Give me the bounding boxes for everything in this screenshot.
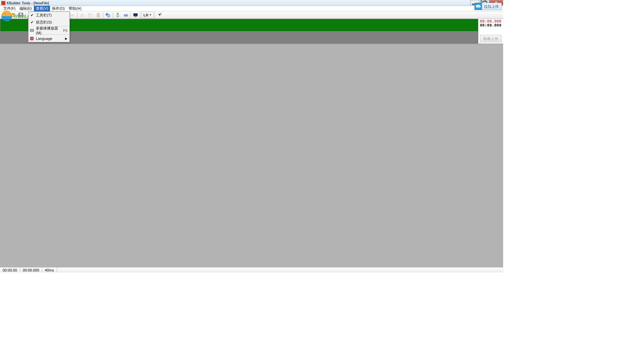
toolbar-separator [77, 12, 77, 18]
language-icon: 中 [30, 36, 34, 41]
menu-operation[interactable]: 操作(O) [50, 6, 67, 11]
svg-text:ab: ab [124, 13, 128, 17]
status-time-short: 00:00.00 [0, 267, 20, 272]
chevron-down-icon: ▼ [149, 13, 152, 16]
status-time-long: 00:00.000 [20, 267, 42, 272]
svg-rect-18 [72, 14, 74, 16]
tool-font[interactable]: ab [122, 12, 130, 18]
menuitem-language[interactable]: 中 Language ▶ [29, 35, 69, 42]
tool-copy [86, 12, 94, 18]
svg-text:?: ? [160, 12, 162, 15]
submenu-arrow-icon: ▶ [65, 37, 67, 40]
workspace[interactable] [0, 44, 503, 267]
toolbar-separator [113, 12, 113, 18]
toolbar-separator [25, 12, 26, 18]
svg-rect-10 [20, 15, 22, 17]
toolbar: ab LR ▼ ? [0, 11, 503, 19]
tool-paste [94, 12, 102, 18]
menuitem-statusbar[interactable]: ✔ 状态栏(S) [29, 19, 69, 26]
lr-label: LR [144, 13, 149, 17]
cloud-upload-button[interactable]: 拉拉上传 [474, 3, 502, 10]
tool-help-pointer[interactable]: ? [156, 12, 164, 18]
toolbar-separator [140, 12, 141, 18]
svg-point-6 [479, 6, 479, 7]
check-icon: ✔ [30, 20, 34, 25]
svg-rect-26 [133, 13, 138, 16]
svg-rect-27 [135, 16, 137, 17]
tool-cut [78, 12, 86, 18]
svg-point-20 [83, 15, 84, 17]
window-title: KBuilder Tools - [NewFile] [7, 1, 49, 5]
svg-rect-9 [19, 13, 22, 15]
app-icon [1, 1, 5, 5]
menuitem-label: 工具栏(T) [36, 13, 52, 18]
tracks-container [0, 19, 478, 44]
svg-rect-17 [71, 14, 72, 16]
tool-undo[interactable] [104, 12, 112, 18]
toolbar-separator [130, 12, 131, 18]
song-upload-button[interactable]: 歌曲上传 [480, 35, 501, 42]
cloud-upload-label: 拉拉上传 [484, 4, 499, 9]
menuitem-label: Language [36, 37, 52, 41]
statusbar: 00:00.00 00:00.000 40ms [0, 267, 503, 272]
view-menu-dropdown: ✔ 工具栏(T) ✔ 状态栏(S) 多媒体播放器(M) F5 中 Languag… [28, 11, 70, 42]
tool-anchor[interactable] [114, 12, 122, 18]
player-icon [30, 28, 34, 33]
menu-view[interactable]: 查看(V) [34, 6, 50, 11]
svg-text:中: 中 [31, 38, 33, 40]
svg-rect-24 [98, 13, 99, 14]
titlebar: KBuilder Tools - [NewFile] [0, 0, 503, 6]
menu-edit[interactable]: 编辑(E) [17, 6, 34, 11]
menuitem-label: 多媒体播放器(M) [36, 26, 63, 35]
track-upper[interactable] [0, 19, 478, 32]
side-panel: 00:00.000 00:00.000 歌曲上传 [478, 19, 503, 44]
tool-lr-channel[interactable]: LR ▼ [141, 12, 154, 18]
tool-screen[interactable] [131, 12, 140, 18]
svg-rect-22 [90, 14, 92, 17]
svg-point-19 [80, 15, 82, 17]
menuitem-label: 状态栏(S) [36, 20, 52, 25]
status-interval: 40ms [42, 267, 57, 272]
toolbar-separator [155, 12, 155, 18]
menu-file[interactable]: 文件(F) [1, 6, 17, 11]
tool-save[interactable] [17, 12, 25, 18]
menuitem-shortcut: F5 [63, 29, 67, 33]
menubar: 文件(F) 编辑(E) 查看(V) 操作(O) 帮助(H) 拉拉上传 [0, 6, 503, 11]
track-area: 00:00.000 00:00.000 歌曲上传 [0, 19, 503, 44]
menuitem-mediaplayer[interactable]: 多媒体播放器(M) F5 [29, 27, 69, 34]
menu-help[interactable]: 帮助(H) [67, 6, 83, 11]
toolbar-separator [103, 12, 103, 18]
menuitem-toolbar[interactable]: ✔ 工具栏(T) [29, 12, 69, 19]
svg-point-5 [477, 6, 478, 7]
cloud-icon [475, 3, 482, 10]
track-lower[interactable] [0, 32, 478, 44]
check-icon: ✔ [30, 13, 34, 18]
tool-open[interactable] [9, 12, 17, 18]
time-display-black: 00:00.000 [480, 23, 501, 28]
tool-new[interactable] [1, 12, 9, 18]
